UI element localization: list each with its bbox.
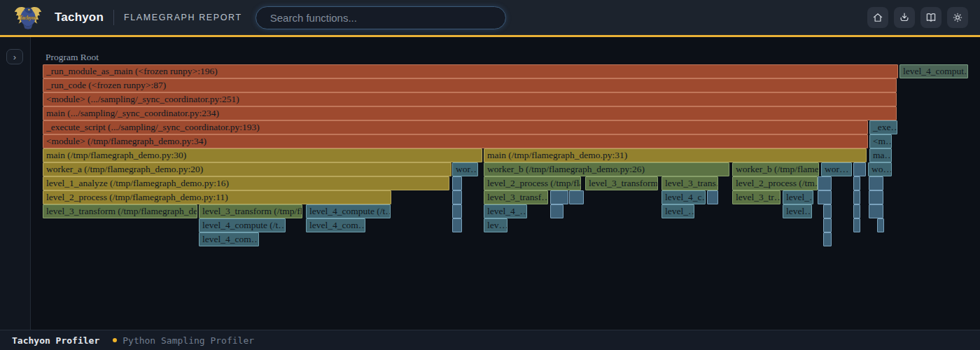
flamegraph-frame[interactable]: [853, 218, 860, 232]
flamegraph-frame[interactable]: wor…: [821, 162, 852, 176]
flamegraph-frame[interactable]: [569, 190, 584, 204]
flamegraph-frame[interactable]: [452, 176, 462, 190]
download-button[interactable]: [894, 7, 915, 28]
flamegraph-frame[interactable]: <module> (/tmp/flamegraph_demo.py:34): [43, 134, 868, 148]
theme-button[interactable]: [947, 7, 968, 28]
flamegraph-frame[interactable]: level_4_comput…: [899, 64, 968, 78]
footer-app-name: Tachyon Profiler: [12, 335, 99, 346]
flamegraph-frame[interactable]: level…: [783, 204, 812, 218]
flamegraph-frame[interactable]: _run_module_as_main (<frozen runpy>:196): [43, 64, 898, 78]
flamegraph-frame[interactable]: [550, 204, 564, 218]
footer-subtitle: Python Sampling Profiler: [122, 335, 254, 346]
flamegraph-frame[interactable]: wo…: [868, 162, 892, 176]
flamegraph-frame[interactable]: [707, 190, 718, 204]
flamegraph-frame[interactable]: level_4_compute (/t…: [199, 218, 286, 232]
flamegraph-frame[interactable]: [869, 204, 883, 218]
flamegraph-frame[interactable]: level_1_analyze (/tmp/flamegraph_demo.py…: [43, 176, 449, 190]
flamegraph-frame[interactable]: [550, 190, 568, 204]
flamegraph-frame[interactable]: level_2_process (/tm…: [732, 176, 818, 190]
sidebar-toggle-button[interactable]: ›: [6, 49, 23, 64]
flamegraph-frame[interactable]: _exe…: [869, 120, 897, 134]
flamegraph: Program Root _run_module_as_main (<froze…: [31, 37, 980, 330]
search-input[interactable]: [255, 6, 506, 29]
app-header: Tachyon Tachyon FLAMEGRAPH REPORT: [0, 0, 980, 37]
book-icon: [925, 11, 937, 24]
flamegraph-frame[interactable]: main (/tmp/flamegraph_demo.py:30): [43, 148, 482, 162]
tachyon-logo-icon: Tachyon: [12, 2, 44, 33]
flamegraph-frame[interactable]: level_3_transform (/tmp/fl…: [199, 204, 302, 218]
flamegraph-frame[interactable]: [823, 218, 832, 232]
svg-text:Tachyon: Tachyon: [19, 15, 36, 21]
flamegraph-frame[interactable]: <module> (.../sampling/_sync_coordinator…: [43, 92, 897, 106]
flamegraph-frame[interactable]: level_3_transf…: [484, 190, 548, 204]
flamegraph-frame[interactable]: [818, 190, 832, 204]
header-divider: [113, 10, 114, 25]
flamegraph-frame[interactable]: [869, 190, 883, 204]
flamegraph-frame[interactable]: level_4_com…: [306, 218, 365, 232]
flamegraph-frame[interactable]: <m…: [869, 134, 892, 148]
report-type-label: FLAMEGRAPH REPORT: [124, 13, 242, 22]
sidebar: ›: [0, 37, 31, 330]
flamegraph-frame[interactable]: [823, 204, 832, 218]
flamegraph-frame[interactable]: level_…: [783, 190, 813, 204]
flamegraph-frame[interactable]: lev…: [484, 218, 507, 232]
status-bar: Tachyon Profiler Python Sampling Profile…: [0, 330, 980, 350]
flamegraph-frame[interactable]: level_…: [662, 204, 694, 218]
chevron-right-icon: ›: [13, 52, 16, 62]
brightness-icon: [951, 11, 964, 24]
flamegraph-frame[interactable]: level_4_…: [484, 204, 527, 218]
flamegraph-frame[interactable]: ma…: [869, 148, 892, 162]
flamegraph-frame[interactable]: level_4_compute (/t…: [306, 204, 391, 218]
flamegraph-frame[interactable]: level_4_com…: [199, 232, 259, 246]
docs-button[interactable]: [920, 7, 941, 28]
header-actions: [867, 7, 968, 28]
flamegraph-frame[interactable]: [853, 176, 860, 190]
flamegraph-frame[interactable]: level_3_transform (/tmp/flamegraph_dem…: [43, 204, 197, 218]
app-title: Tachyon: [55, 10, 104, 24]
flamegraph-frame[interactable]: level_3_tr…: [732, 190, 780, 204]
flamegraph-frame[interactable]: level_2_process (/tmp/flamegraph_demo.py…: [43, 190, 391, 204]
flamegraph-root-frame[interactable]: Program Root: [46, 50, 99, 64]
flamegraph-frame[interactable]: [853, 204, 860, 218]
flamegraph-frame[interactable]: main (/tmp/flamegraph_demo.py:31): [484, 148, 867, 162]
flamegraph-frame[interactable]: worker_b (/tmp/flamegraph_demo.py:26): [484, 162, 729, 176]
flamegraph-frame[interactable]: [452, 204, 462, 218]
flamegraph-frame[interactable]: [853, 190, 860, 204]
home-icon: [872, 11, 884, 24]
main-area: › Program Root _run_module_as_main (<fro…: [0, 37, 980, 330]
flamegraph-frame[interactable]: [452, 190, 462, 204]
flamegraph-frame[interactable]: [452, 218, 462, 232]
download-icon: [898, 11, 911, 24]
status-dot: [113, 338, 117, 342]
flamegraph-frame[interactable]: level_4_c…: [662, 190, 706, 204]
flamegraph-frame[interactable]: wor…: [452, 162, 478, 176]
flamegraph-frame[interactable]: [877, 218, 884, 232]
home-button[interactable]: [867, 7, 888, 28]
flamegraph-frame[interactable]: main (.../sampling/_sync_coordinator.py:…: [43, 106, 897, 120]
flamegraph-frame[interactable]: [823, 232, 832, 246]
flamegraph-frame[interactable]: [818, 176, 832, 190]
flamegraph-frame[interactable]: [853, 162, 866, 176]
flamegraph-frame[interactable]: worker_b (/tmp/flame…: [732, 162, 819, 176]
flamegraph-frame[interactable]: worker_a (/tmp/flamegraph_demo.py:20): [43, 162, 451, 176]
flamegraph-frame[interactable]: _execute_script (.../sampling/_sync_coor…: [43, 120, 868, 134]
flamegraph-frame[interactable]: [869, 176, 883, 190]
flamegraph-frame[interactable]: level_2_process (/tmp/fla…: [484, 176, 581, 190]
flamegraph-frame[interactable]: level_3_transform…: [585, 176, 658, 190]
flamegraph-frame[interactable]: level_3_trans…: [662, 176, 718, 190]
flamegraph-frame[interactable]: _run_code (<frozen runpy>:87): [43, 78, 897, 92]
